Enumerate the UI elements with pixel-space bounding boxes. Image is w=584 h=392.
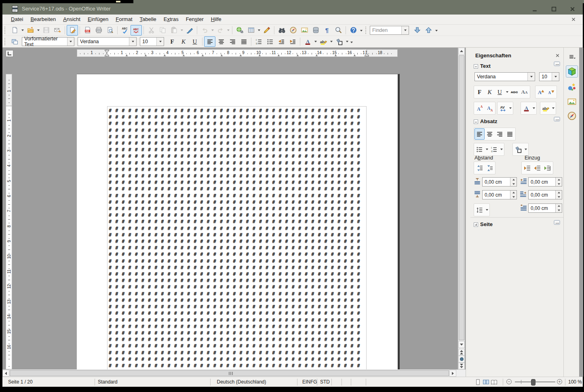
zoom-out-icon[interactable]: − — [506, 379, 512, 384]
maximize-button[interactable] — [545, 3, 563, 15]
navigate-by-button[interactable] — [458, 356, 465, 363]
increase-font-size-button[interactable] — [536, 86, 546, 98]
menu-item-tabelle[interactable]: Tabelle — [136, 15, 160, 24]
open-button[interactable] — [25, 25, 36, 36]
help-button[interactable] — [348, 25, 359, 36]
print-button[interactable] — [93, 25, 104, 36]
tab-properties[interactable] — [566, 65, 578, 78]
edit-mode-toggle[interactable] — [67, 25, 78, 36]
sidebar-align-right-button[interactable] — [495, 128, 505, 140]
decrease-indent-button[interactable] — [276, 36, 287, 47]
page-dialog-launcher-icon[interactable] — [554, 220, 560, 225]
paragraph-section-expander[interactable] — [474, 119, 478, 124]
menu-item-bearbeiten[interactable]: Bearbeiten — [27, 15, 59, 24]
status-page-style[interactable]: Standard — [98, 379, 118, 385]
toolbar-grip[interactable] — [4, 27, 6, 34]
sidebar-font-color-button[interactable] — [521, 103, 531, 114]
export-pdf-button[interactable] — [82, 25, 93, 36]
new-document-button[interactable] — [9, 25, 20, 36]
spin-up[interactable] — [510, 191, 517, 195]
page-section-expander[interactable] — [474, 222, 478, 227]
sidebar-highlighting-button[interactable] — [541, 103, 551, 114]
background-color-dropdown[interactable] — [345, 37, 349, 46]
new-document-dropdown[interactable] — [20, 25, 25, 35]
decrease-paragraph-spacing-button[interactable] — [485, 162, 495, 174]
line-spacing-button[interactable] — [474, 204, 485, 216]
align-left-button[interactable] — [204, 36, 215, 47]
previous-page-button[interactable] — [458, 349, 465, 356]
menu-item-einfügen[interactable]: Einfügen — [84, 15, 112, 24]
increase-indent-button[interactable] — [287, 36, 298, 47]
font-size-select[interactable]: 10 — [140, 37, 164, 46]
horizontal-scrollbar[interactable] — [2, 369, 466, 377]
document-page[interactable]: # # # # # # # # # # # # # # # # # # # # … — [77, 74, 400, 370]
scroll-down-button[interactable] — [458, 341, 465, 348]
bullet-list-dropdown[interactable] — [485, 145, 489, 154]
find-toolbar-overflow[interactable] — [434, 26, 439, 36]
sidebar-close-icon[interactable] — [554, 52, 561, 59]
open-dropdown[interactable] — [36, 25, 40, 35]
decrease-font-size-button[interactable] — [546, 86, 556, 98]
tab-navigator[interactable] — [566, 110, 578, 122]
align-right-button[interactable] — [227, 36, 238, 47]
find-input[interactable]: Finden — [370, 26, 409, 35]
sidebar-align-left-button[interactable] — [474, 128, 485, 140]
spin-up[interactable] — [556, 191, 562, 195]
font-color-dropdown[interactable] — [313, 37, 318, 46]
sidebar-italic-button[interactable]: K — [485, 86, 495, 98]
italic-button[interactable]: K — [178, 36, 189, 47]
spin-down[interactable] — [556, 208, 562, 213]
sidebar-align-justify-button[interactable] — [505, 128, 515, 140]
spin-down[interactable] — [510, 182, 517, 187]
book-view-icon[interactable] — [491, 379, 498, 386]
formatting-toolbar-overflow[interactable] — [349, 38, 354, 47]
spellcheck-button[interactable] — [119, 25, 131, 36]
numbered-list-dropdown[interactable] — [499, 145, 504, 154]
before-text-indent-field[interactable]: 0,00 cm — [528, 177, 562, 187]
tab-stop-type-selector[interactable] — [6, 50, 13, 57]
tab-gallery[interactable] — [566, 96, 578, 108]
bold-button[interactable]: F — [167, 36, 178, 47]
first-line-indent-field[interactable]: 0,00 cm — [528, 203, 562, 213]
close-document-icon[interactable] — [569, 15, 578, 23]
find-previous-button[interactable] — [423, 25, 434, 36]
sidebar-bullet-list-button[interactable] — [474, 144, 485, 155]
align-justify-button[interactable] — [238, 36, 249, 47]
vertical-ruler[interactable]: 112345678910111213141516 — [6, 74, 12, 369]
vertical-scroll-thumb[interactable] — [459, 55, 464, 340]
font-size-dropdown[interactable] — [156, 38, 164, 46]
sidebar-underline-button[interactable]: U — [495, 86, 505, 98]
character-dialog-button[interactable]: AA — [519, 86, 529, 98]
numbered-list-button[interactable] — [253, 36, 264, 47]
sidebar-menu-button[interactable] — [566, 51, 578, 63]
font-name-dropdown[interactable] — [129, 38, 136, 46]
find-replace-button[interactable] — [276, 25, 287, 36]
menu-item-ansicht[interactable]: Ansicht — [59, 15, 84, 24]
next-page-button[interactable] — [458, 363, 465, 369]
email-button[interactable] — [52, 25, 63, 36]
multi-page-view-icon[interactable] — [483, 379, 489, 386]
font-name-select[interactable]: Verdana — [78, 37, 137, 46]
minimize-button[interactable] — [526, 3, 544, 15]
sidebar-align-center-button[interactable] — [485, 128, 495, 140]
paragraph-dialog-launcher-icon[interactable] — [554, 117, 560, 122]
underline-dropdown[interactable] — [505, 87, 509, 97]
tab-styles-formatting[interactable] — [566, 81, 578, 93]
sidebar-font-name-select[interactable]: Verdana — [474, 72, 535, 81]
sidebar-bold-button[interactable]: F — [474, 86, 485, 98]
character-spacing-button[interactable] — [498, 103, 508, 114]
status-selection-mode[interactable]: STD — [320, 379, 330, 385]
spin-up[interactable] — [510, 178, 517, 182]
after-text-indent-field[interactable]: 0,00 cm — [528, 190, 562, 199]
sidebar-decrease-indent-button[interactable] — [532, 162, 542, 174]
data-sources-button[interactable] — [310, 25, 321, 36]
find-dropdown[interactable] — [401, 26, 409, 34]
find-toolbar-grip[interactable] — [365, 27, 367, 34]
sidebar-font-size-dropdown[interactable] — [552, 73, 559, 81]
paragraph-style-select[interactable]: Vorformatierter Text — [22, 37, 74, 46]
text-dialog-launcher-icon[interactable] — [554, 61, 560, 66]
hanging-indent-button[interactable] — [542, 162, 552, 174]
sidebar-highlighting-dropdown[interactable] — [551, 103, 555, 113]
spin-up[interactable] — [556, 204, 562, 208]
horizontal-ruler[interactable]: 1123456789101112131415161718 — [77, 49, 398, 57]
